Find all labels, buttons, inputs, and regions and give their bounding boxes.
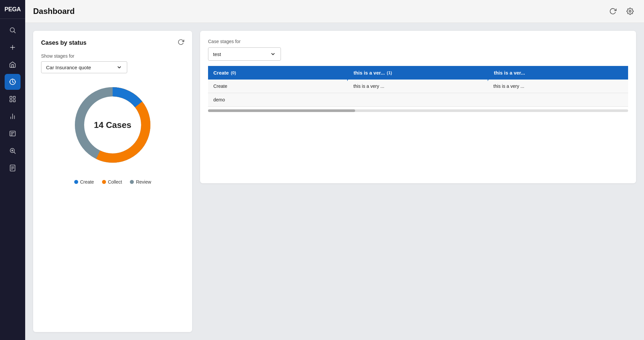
svg-point-0 (10, 28, 15, 32)
main-content: Dashboard Cases by status Show stages fo… (25, 0, 644, 340)
stages-cell-value-1-0: demo (213, 97, 225, 102)
stages-cell-1-1 (348, 93, 488, 106)
stages-dropdown-value: Car Insurance quote (46, 65, 91, 70)
stages-cell-0-2: this is a very ... (488, 80, 628, 93)
sidebar-item-analytics[interactable] (5, 143, 21, 159)
legend-dot-review (130, 180, 134, 184)
stages-header-badge-0: (0) (231, 70, 236, 75)
svg-rect-8 (10, 96, 12, 98)
sidebar-item-dashboard[interactable] (5, 74, 21, 90)
stages-header-cell-0: Create (0) (208, 66, 348, 80)
svg-rect-9 (13, 96, 15, 98)
pega-logo: PEGA (0, 0, 25, 19)
legend-label-review: Review (136, 179, 151, 185)
stages-cell-value-0-2: this is a very ... (493, 84, 524, 89)
stages-header-cell-1: this is a ver... (1) (348, 66, 488, 80)
svg-rect-10 (10, 100, 12, 102)
legend-label-collect: Collect (108, 179, 122, 185)
svg-point-27 (629, 10, 631, 12)
legend-dot-collect (102, 180, 106, 184)
sidebar-item-create[interactable] (5, 39, 21, 55)
sidebar-item-reports[interactable] (5, 108, 21, 124)
stages-cell-value-0-1: this is a very ... (353, 84, 384, 89)
stages-dropdown[interactable]: Car Insurance quote (41, 61, 127, 73)
stages-header-row: Create (0) this is a ver... (1) this is … (208, 66, 628, 80)
donut-chart-container: 14 Cases Create Collect Review (41, 79, 184, 185)
stages-header-label-0: Create (213, 70, 229, 76)
cases-refresh-button[interactable] (178, 39, 184, 47)
sidebar: PEGA (0, 0, 25, 340)
donut-chart: 14 Cases (66, 79, 159, 171)
sidebar-item-docs[interactable] (5, 160, 21, 176)
sidebar-divider (0, 19, 25, 19)
sidebar-item-home[interactable] (5, 57, 21, 73)
stages-header-cell-2: this is a ver... (489, 66, 628, 80)
cases-card-title: Cases by status (41, 39, 86, 46)
stages-cell-0-1: this is a very ... (348, 80, 488, 93)
refresh-button[interactable] (607, 5, 619, 17)
stages-scrollbar-thumb[interactable] (208, 109, 355, 112)
donut-center-label: 14 Cases (94, 120, 132, 130)
card-header-cases: Cases by status (41, 39, 184, 47)
stages-cell-value-0-0: Create (213, 84, 227, 89)
sidebar-item-grid[interactable] (5, 91, 21, 107)
legend-collect: Collect (102, 179, 122, 185)
legend-create: Create (74, 179, 94, 185)
cases-by-status-card: Cases by status Show stages for Car Insu… (33, 31, 192, 332)
legend-label-create: Create (80, 179, 94, 185)
legend-review: Review (130, 179, 151, 185)
stages-cell-1-2 (488, 93, 628, 106)
settings-button[interactable] (624, 5, 636, 17)
case-stages-dropdown[interactable]: test (208, 47, 281, 61)
sidebar-item-news[interactable] (5, 126, 21, 142)
chart-legend: Create Collect Review (74, 179, 151, 185)
svg-line-20 (14, 152, 15, 153)
case-stages-dropdown-value: test (213, 51, 221, 57)
page-title: Dashboard (33, 7, 75, 16)
svg-line-1 (14, 31, 15, 33)
stages-cell-0-0: Create (208, 80, 348, 93)
svg-rect-11 (13, 100, 15, 102)
case-stages-label: Case stages for (208, 39, 628, 44)
stages-scrollbar[interactable] (208, 109, 628, 112)
header-actions (607, 5, 636, 17)
stages-header-badge-1: (1) (387, 70, 392, 75)
case-stages-card: Case stages for test Create (0) this is … (200, 31, 636, 183)
stages-data-row-1: demo (208, 93, 628, 107)
dashboard-body: Cases by status Show stages for Car Insu… (25, 23, 644, 340)
sidebar-item-search[interactable] (5, 22, 21, 38)
header: Dashboard (25, 0, 644, 23)
stages-cell-1-0: demo (208, 93, 348, 106)
stages-header-label-1: this is a ver... (353, 70, 385, 76)
stages-data-row-0: Create this is a very ... this is a very… (208, 80, 628, 93)
stages-table-wrapper: Create (0) this is a ver... (1) this is … (208, 66, 628, 112)
legend-dot-create (74, 180, 78, 184)
show-stages-label: Show stages for (41, 53, 184, 59)
stages-header-label-2: this is a ver... (494, 70, 525, 76)
